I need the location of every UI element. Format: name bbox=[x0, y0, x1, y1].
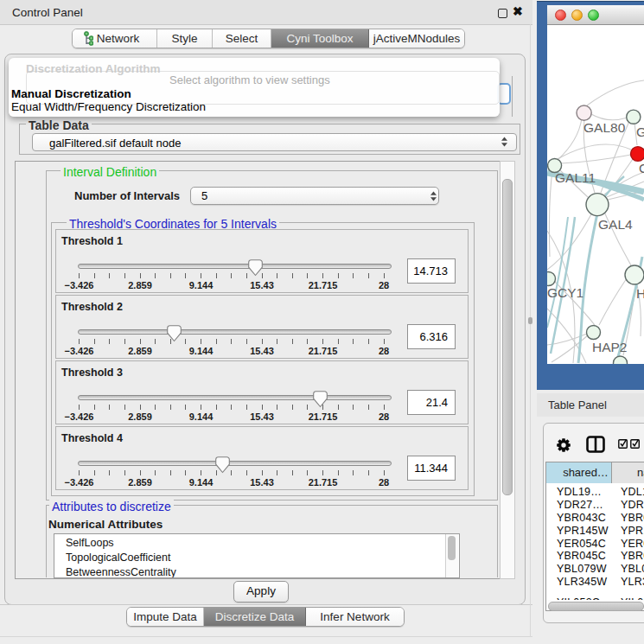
svg-text:GCY1: GCY1 bbox=[547, 285, 583, 300]
svg-text:C: C bbox=[639, 161, 644, 175]
svg-text:H: H bbox=[636, 286, 644, 301]
svg-text:HAP2: HAP2 bbox=[592, 340, 628, 354]
svg-text:GAL80: GAL80 bbox=[583, 120, 626, 135]
svg-text:GAL4: GAL4 bbox=[598, 217, 633, 232]
svg-text:GA: GA bbox=[636, 124, 644, 139]
svg-text:GAL11: GAL11 bbox=[555, 170, 596, 185]
